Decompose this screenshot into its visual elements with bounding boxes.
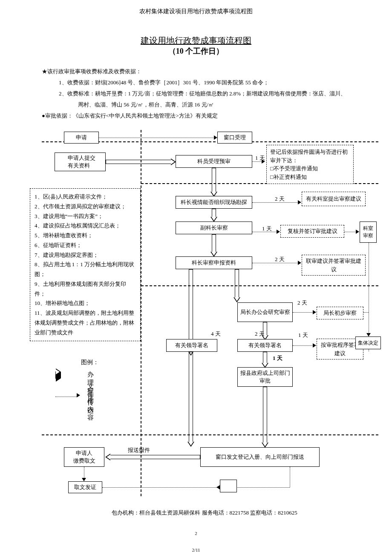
- hollow-arrow-icon: [187, 352, 194, 447]
- node-recheck-sign: 复核并签订审批建议: [280, 225, 344, 238]
- legend-row-process: 办理程序: [55, 371, 61, 379]
- node-leader-sign-right: 有关领导署名: [237, 339, 293, 352]
- connector: [84, 467, 84, 479]
- document-list: 1、区(县)人民政府请示文件； 2、代市领土资源局拟定的审察建议； 3、建设用地…: [30, 188, 141, 341]
- node-bureau-prelim: 局长初步审察: [317, 307, 363, 319]
- hollow-arrow-icon: [262, 387, 268, 448]
- lane-divider-vertical: [141, 130, 141, 496]
- diagram-subtitle: （10 个工作日）: [0, 46, 392, 56]
- arrowhead-icon: [356, 230, 359, 234]
- diagram-title: 建设用地行政赞成事项流程图: [0, 35, 392, 46]
- footer-text: 包办机构：桓台县领土资源局耕保科 服务电话：8221758 监察电话：82106…: [55, 509, 354, 517]
- node-window-issue: 窗口发文登记入册、向上司部门报送: [200, 447, 320, 467]
- node-relevant-office-suggest: 有关科室提出审察建议: [302, 192, 366, 206]
- node-window-accept: 窗口受理: [217, 132, 252, 144]
- arrowhead-icon: [216, 485, 220, 489]
- arrowhead-icon: [82, 478, 86, 481]
- hollow-arrow-icon: [262, 352, 268, 368]
- arrowhead-icon: [214, 135, 217, 140]
- node-joint-review-sign: 联审建议并签署审批建议: [302, 255, 366, 276]
- node-registration: 登记后依据报件圆满与否进行初审并下达： □不予受理退件通知 □补正资料通知: [266, 145, 354, 184]
- legend-title: 图例：: [81, 359, 99, 366]
- connector: [293, 312, 314, 313]
- lane-divider-h4: [42, 434, 378, 435]
- duration-label: 2 天: [297, 299, 307, 307]
- duration-label: 2 天: [275, 195, 285, 203]
- node-collective-decision: 集体决定: [355, 336, 381, 349]
- node-report-county: 报县政府或上司部门审批: [237, 367, 293, 387]
- hollow-arrow-icon: [210, 168, 217, 197]
- arrowhead-icon: [313, 343, 316, 348]
- hollow-arrow-icon: [233, 269, 240, 302]
- page-footer: 2/11: [0, 547, 392, 552]
- node-section-chief-survey: 科长视情能否组织现场勘探: [176, 196, 252, 209]
- hollow-arrow-icon: [210, 209, 217, 222]
- node-office-review: 科室审察: [360, 221, 377, 243]
- connector: [102, 487, 290, 488]
- duration-label: 2 天: [255, 330, 265, 338]
- duration-label: 4 天: [211, 330, 221, 338]
- node-bureau-meeting: 局长办公会研究审察: [237, 302, 293, 322]
- duration-label: 2 天: [275, 256, 285, 263]
- node-deputy-review: 副科长审察: [176, 221, 252, 234]
- arrowhead-icon: [298, 200, 301, 204]
- hollow-arrow-icon: [106, 158, 176, 165]
- page-number: 2: [0, 531, 392, 536]
- hollow-arrow-icon: [105, 454, 200, 460]
- connector: [290, 467, 290, 487]
- send-report-label: 报送报件: [128, 446, 150, 454]
- running-header: 农村集体建设项目用地行政赞成事项流程图: [0, 8, 392, 15]
- node-applicant-submit: 申请人提交 有关资料: [55, 152, 106, 171]
- connector: [293, 345, 314, 346]
- connector: [363, 312, 369, 313]
- connector: [99, 138, 216, 138]
- arrowhead-icon: [298, 261, 301, 265]
- node-section-chief-materials: 科长审察申报资料: [176, 256, 252, 269]
- node-apply: 申请: [64, 132, 99, 144]
- hollow-arrow-icon: [210, 234, 217, 257]
- lane-divider-h3: [141, 285, 378, 286]
- intro-block: ★该行政审批事项收费标准及收费依据： 1、收费依据：财综[2006]48 号、鲁…: [42, 66, 366, 121]
- arrowhead-icon: [277, 230, 280, 234]
- node-clerk-preexam: 科员受理预审: [176, 155, 252, 168]
- duration-label: 1 天: [273, 354, 282, 362]
- legend-row-work: 工作内容: [55, 393, 80, 400]
- arrowhead-icon: [366, 333, 371, 336]
- node-applicant-pay: 申请人 缴费取文: [64, 447, 104, 467]
- node-leader-sign-left: 有关领导署名: [166, 339, 217, 352]
- duration-label: 1 天: [298, 331, 308, 339]
- node-blank: [220, 480, 237, 492]
- node-get-cert: 取文发证: [68, 481, 102, 493]
- duration-label: 1 天: [262, 225, 272, 233]
- arrowhead-icon: [262, 159, 265, 164]
- arrowhead-icon: [313, 310, 316, 314]
- connector: [344, 232, 357, 232]
